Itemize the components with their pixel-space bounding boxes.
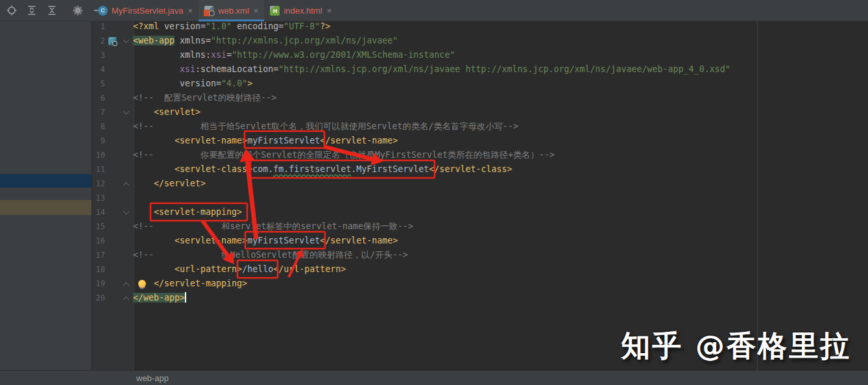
gutter-icon-slot	[105, 21, 119, 34]
code-line[interactable]: 1<?xml version="1.0" encoding="UTF-8"?>	[92, 21, 868, 34]
top-bar: MyFirstServlet.java web.xml index.html	[0, 0, 868, 21]
line-number: 10	[92, 148, 105, 162]
code-line[interactable]: 4 xsi:schemaLocation="http://xmlns.jcp.o…	[92, 62, 868, 77]
gutter-icon-slot	[105, 134, 119, 148]
line-number: 1	[92, 21, 105, 34]
panel-selected-row[interactable]	[0, 174, 91, 188]
tab-web-xml[interactable]: web.xml	[199, 0, 264, 21]
code-text: <servlet-class>com.fm.firstservlet.MyFir…	[133, 162, 868, 177]
fold-slot	[119, 77, 133, 91]
code-line[interactable]: 6<!-- 配置Servlet的映射路径-->	[92, 91, 868, 105]
code-line[interactable]: 5 version="4.0">	[92, 77, 868, 91]
code-line[interactable]: 15<!-- 和servlet标签中的servlet-name保持一致-->	[92, 219, 868, 234]
code-text	[133, 191, 868, 205]
code-text: <!-- 你要配置的那个Servlet的全限定名（也就是MyFirstServl…	[133, 148, 868, 162]
line-number: 8	[92, 119, 105, 134]
fold-slot	[119, 134, 133, 148]
close-icon[interactable]	[327, 6, 332, 15]
code-text: </web-app>	[133, 291, 868, 305]
left-tool-panel[interactable]	[0, 21, 92, 370]
code-line[interactable]: 9 <servlet-name>myFirstServlet</servlet-…	[92, 134, 868, 148]
line-number: 9	[92, 134, 105, 148]
tab-index-html[interactable]: index.html	[264, 0, 337, 21]
gutter-icon-slot	[105, 177, 119, 191]
code-line[interactable]: 10<!-- 你要配置的那个Servlet的全限定名（也就是MyFirstSer…	[92, 148, 868, 162]
line-number: 17	[92, 248, 105, 262]
expand-all-icon[interactable]	[26, 5, 38, 16]
fold-marker-icon[interactable]	[119, 177, 133, 191]
gutter-icon-slot	[105, 191, 119, 205]
code-line[interactable]: 7 <servlet>	[92, 105, 868, 119]
code-line[interactable]: 16 <servlet-name>myFirstServlet</servlet…	[92, 234, 868, 248]
line-number: 16	[92, 234, 105, 248]
panel-highlighted-row[interactable]	[0, 200, 91, 215]
fold-slot	[119, 219, 133, 234]
ide-window: MyFirstServlet.java web.xml index.html 1…	[0, 0, 868, 385]
code-line[interactable]: 14 <servlet-mapping>	[92, 205, 868, 219]
code-line[interactable]: 17<!-- 给HelloServlet配置的映射路径，以/开头-->	[92, 248, 868, 262]
settings-gear-icon[interactable]	[72, 5, 84, 16]
line-number: 13	[92, 191, 105, 205]
line-number: 15	[92, 219, 105, 234]
code-line[interactable]: 8<!-- 相当于给Servlet取个名，我们可以就使用Servlet的类名/类…	[92, 119, 868, 134]
java-class-icon	[98, 6, 108, 16]
line-number: 2	[92, 34, 105, 48]
code-line[interactable]: 2<web-app xmlns="http://xmlns.jcp.org/xm…	[92, 34, 868, 48]
fold-slot	[119, 248, 133, 262]
line-number: 3	[92, 48, 105, 62]
code-text: </servlet>	[133, 177, 868, 191]
fold-slot	[119, 234, 133, 248]
tab-label: MyFirstServlet.java	[112, 6, 184, 16]
code-text: <servlet-mapping>	[133, 205, 868, 219]
code-editor[interactable]: 1<?xml version="1.0" encoding="UTF-8"?>2…	[92, 21, 868, 370]
line-number: 14	[92, 205, 105, 219]
zhihu-watermark: 知乎 @香格里拉	[621, 327, 851, 366]
code-line[interactable]: 13	[92, 191, 868, 205]
fold-slot	[119, 21, 133, 34]
intention-bulb-icon[interactable]	[138, 280, 146, 288]
gutter-icon-slot	[105, 248, 119, 262]
code-text: xmlns:xsi="http://www.w3.org/2001/XMLSch…	[133, 48, 868, 62]
tab-label: web.xml	[218, 6, 249, 16]
fold-slot	[119, 91, 133, 105]
code-text: version="4.0">	[133, 77, 868, 91]
code-line[interactable]: 11 <servlet-class>com.fm.firstservlet.My…	[92, 162, 868, 177]
code-line[interactable]: 12 </servlet>	[92, 177, 868, 191]
gutter-icon-slot	[105, 148, 119, 162]
fold-slot	[119, 148, 133, 162]
web-descriptor-icon[interactable]	[105, 34, 119, 48]
line-number: 20	[92, 291, 105, 305]
code-text: <!-- 给HelloServlet配置的映射路径，以/开头-->	[133, 248, 868, 262]
fold-marker-icon[interactable]	[119, 205, 133, 219]
fold-slot	[119, 162, 133, 177]
code-line[interactable]: 20</web-app>	[92, 291, 868, 305]
code-line[interactable]: 18 <url-pattern>/hello</url-pattern>	[92, 262, 868, 277]
code-line[interactable]: 19 </servlet-mapping>	[92, 277, 868, 291]
fold-marker-icon[interactable]	[119, 277, 133, 291]
tab-label: index.html	[283, 6, 322, 16]
code-text: <web-app xmlns="http://xmlns.jcp.org/xml…	[133, 34, 868, 48]
close-icon[interactable]	[254, 6, 259, 15]
code-text: </servlet-mapping>	[133, 277, 868, 291]
html-file-icon	[270, 6, 280, 16]
line-number: 7	[92, 105, 105, 119]
locate-crosshair-icon[interactable]	[6, 5, 18, 16]
line-number: 4	[92, 62, 105, 77]
fold-slot	[119, 119, 133, 134]
code-text: <servlet-name>myFirstServlet</servlet-na…	[133, 234, 868, 248]
collapse-all-icon[interactable]	[46, 5, 58, 16]
line-number: 5	[92, 77, 105, 91]
tab-myfirstservlet-java[interactable]: MyFirstServlet.java	[92, 0, 199, 21]
gutter-icon-slot	[105, 162, 119, 177]
code-line[interactable]: 3 xmlns:xsi="http://www.w3.org/2001/XMLS…	[92, 48, 868, 62]
fold-slot	[119, 191, 133, 205]
fold-marker-icon[interactable]	[119, 291, 133, 305]
gutter-icon-slot	[105, 62, 119, 77]
fold-marker-icon[interactable]	[119, 34, 133, 48]
breadcrumb-item-web-app[interactable]: web-app	[136, 373, 169, 383]
gutter-icon-slot	[105, 205, 119, 219]
gutter-icon-slot	[105, 119, 119, 134]
text-caret	[185, 292, 186, 303]
fold-marker-icon[interactable]	[119, 105, 133, 119]
close-icon[interactable]	[188, 6, 193, 15]
